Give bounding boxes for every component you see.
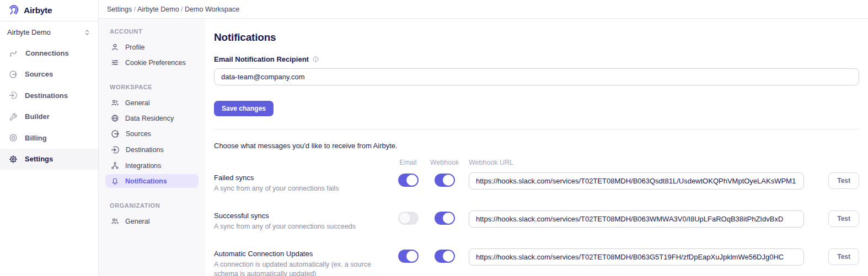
email-recipient-input[interactable]	[214, 68, 859, 85]
webhook-toggle-cell	[426, 172, 463, 187]
email-toggle[interactable]	[398, 174, 419, 187]
app: Airbyte Airbyte Demo ConnectionsSourcesD…	[0, 0, 868, 276]
webhook-toggle-cell	[426, 210, 463, 225]
settings-nav-item-label: General	[125, 218, 149, 225]
notification-description-cell: Automatic Connection UpdatesA connection…	[214, 248, 390, 276]
destinations-icon	[9, 91, 18, 100]
email-toggle[interactable]	[398, 212, 419, 225]
settings-nav-item-general[interactable]: General	[105, 96, 199, 110]
sliders-icon	[111, 58, 119, 67]
notification-row: Automatic Connection UpdatesA connection…	[214, 248, 859, 276]
left-sidebar: Airbyte Airbyte Demo ConnectionsSourcesD…	[0, 0, 99, 276]
notification-subtitle: A connection is updated automatically (e…	[214, 260, 389, 276]
chevron-updown-icon	[83, 29, 91, 36]
webhook-url-input[interactable]	[469, 248, 804, 266]
sidebar-item-settings[interactable]: Settings	[0, 149, 98, 170]
settings-nav-item-label: General	[125, 99, 149, 107]
settings-section-title: ORGANIZATION	[110, 202, 194, 209]
webhook-url-cell	[463, 172, 812, 190]
intro-text: Choose what messages you'd like to recei…	[214, 142, 859, 150]
user-icon	[111, 43, 119, 51]
section-divider	[214, 129, 859, 129]
email-toggle-cell	[390, 248, 426, 263]
sidebar-item-label: Billing	[25, 134, 47, 142]
email-toggle[interactable]	[398, 250, 419, 263]
webhook-toggle[interactable]	[435, 250, 455, 263]
settings-nav-item-notifications[interactable]: Notifications	[105, 174, 199, 188]
workspace-selector[interactable]: Airbyte Demo	[0, 21, 98, 41]
info-icon	[312, 56, 319, 63]
sidebar-item-label: Builder	[25, 112, 50, 121]
notification-subtitle: A sync from any of your connections fail…	[214, 184, 389, 193]
brand-name: Airbyte	[24, 6, 52, 15]
test-button[interactable]: Test	[828, 210, 859, 227]
settings-nav-item-data-residency[interactable]: Data Residency	[105, 111, 199, 125]
users-icon	[111, 217, 119, 225]
settings-nav-item-label: Integrations	[125, 162, 161, 170]
notification-subtitle: A sync from any of your connections succ…	[214, 222, 389, 231]
airbyte-logo[interactable]: Airbyte	[0, 0, 98, 21]
sidebar-item-builder[interactable]: Builder	[0, 106, 98, 128]
save-changes-button[interactable]: Save changes	[214, 101, 274, 116]
notification-description-cell: Successful syncsA sync from any of your …	[214, 210, 390, 231]
save-row: Save changes	[214, 85, 859, 116]
toggle-knob	[443, 213, 454, 224]
settings-nav: ACCOUNTProfileCookie PreferencesWORKSPAC…	[99, 19, 205, 276]
settings-nav-item-destinations[interactable]: Destinations	[105, 143, 199, 157]
sources-icon	[9, 70, 18, 79]
webhook-url-input[interactable]	[469, 172, 804, 190]
sidebar-item-label: Settings	[25, 155, 53, 163]
toggle-knob	[399, 213, 410, 224]
settings-nav-item-org-general[interactable]: General	[105, 214, 199, 228]
notification-row: Successful syncsA sync from any of your …	[214, 210, 859, 231]
users-icon	[111, 99, 119, 107]
email-column-header: Email	[390, 159, 426, 166]
workspace-name: Airbyte Demo	[7, 28, 51, 36]
airbyte-logo-icon	[7, 3, 20, 18]
test-button[interactable]: Test	[828, 248, 859, 265]
notifications-table-header: Email Webhook Webhook URL	[214, 159, 859, 166]
webhook-toggle[interactable]	[435, 212, 455, 225]
settings-section-title: WORKSPACE	[110, 84, 194, 90]
settings-nav-item-cookie-preferences[interactable]: Cookie Preferences	[105, 56, 199, 69]
settings-nav-item-label: Destinations	[126, 146, 164, 154]
right-column: Settings / Airbyte Demo / Demo Workspace…	[99, 0, 868, 276]
sidebar-item-billing[interactable]: Billing	[0, 127, 98, 149]
test-button-cell: Test	[812, 210, 859, 227]
webhook-url-cell	[463, 210, 812, 228]
settings-nav-item-sources[interactable]: Sources	[105, 127, 199, 141]
toggle-knob	[443, 175, 454, 186]
test-button[interactable]: Test	[828, 172, 859, 189]
webhook-url-column-header: Webhook URL	[463, 159, 812, 166]
settings-nav-item-label: Data Residency	[125, 115, 174, 122]
webhook-toggle[interactable]	[435, 174, 455, 187]
breadcrumb-item[interactable]: Demo Workspace	[185, 6, 239, 13]
page-title: Notifications	[214, 31, 859, 44]
settings-nav-item-integrations[interactable]: Integrations	[105, 159, 199, 172]
content-row: ACCOUNTProfileCookie PreferencesWORKSPAC…	[99, 19, 868, 276]
notification-title: Failed syncs	[214, 174, 390, 182]
breadcrumb-separator: /	[179, 6, 185, 13]
sidebar-item-label: Destinations	[25, 91, 68, 100]
toggle-knob	[443, 251, 454, 262]
topbar: Settings / Airbyte Demo / Demo Workspace	[99, 0, 868, 19]
webhook-toggle-cell	[426, 248, 463, 263]
sidebar-item-label: Connections	[25, 49, 69, 57]
breadcrumb-item[interactable]: Settings	[107, 6, 132, 13]
notification-rows: Failed syncsA sync from any of your conn…	[214, 172, 859, 276]
webhook-url-input[interactable]	[469, 210, 804, 228]
webhook-column-header: Webhook	[426, 159, 463, 166]
breadcrumb-item[interactable]: Airbyte Demo	[137, 6, 179, 13]
sidebar-item-connections[interactable]: Connections	[0, 42, 98, 64]
toggle-knob	[406, 251, 417, 262]
breadcrumb: Settings / Airbyte Demo / Demo Workspace	[107, 6, 239, 13]
settings-icon	[9, 155, 18, 164]
email-toggle-cell	[390, 172, 426, 187]
settings-nav-item-profile[interactable]: Profile	[105, 40, 199, 54]
builder-icon	[9, 112, 18, 121]
email-toggle-cell	[390, 210, 426, 225]
sidebar-item-destinations[interactable]: Destinations	[0, 85, 98, 106]
test-button-cell: Test	[812, 172, 859, 189]
settings-nav-item-label: Notifications	[125, 177, 167, 185]
sidebar-item-sources[interactable]: Sources	[0, 64, 98, 85]
